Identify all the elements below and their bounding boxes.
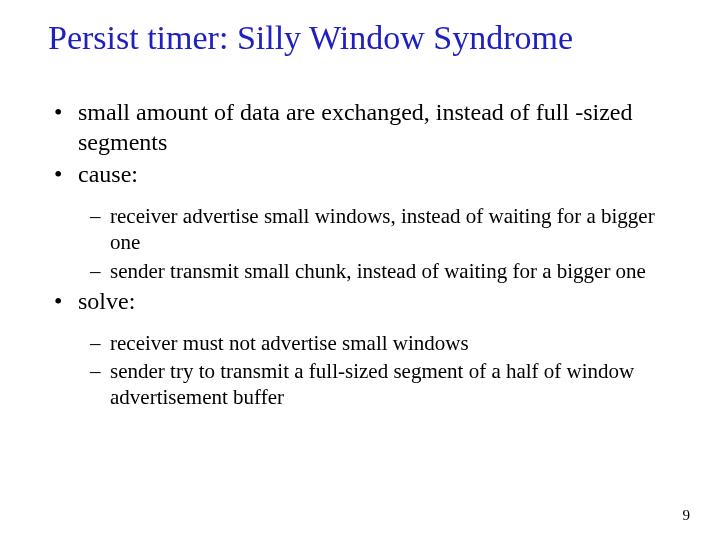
slide-title: Persist timer: Silly Window Syndrome (48, 18, 680, 57)
slide: Persist timer: Silly Window Syndrome sma… (0, 0, 720, 540)
sublist-solve: receiver must not advertise small window… (48, 330, 680, 411)
sublist-item: receiver must not advertise small window… (90, 330, 680, 356)
bullet-item: solve: (48, 286, 680, 316)
bullet-list-solve: solve: (48, 286, 680, 316)
bullet-list-top: small amount of data are exchanged, inst… (48, 97, 680, 189)
page-number: 9 (683, 507, 691, 524)
sublist-cause: receiver advertise small windows, instea… (48, 203, 680, 284)
bullet-item: cause: (48, 159, 680, 189)
sublist-item: sender try to transmit a full-sized segm… (90, 358, 680, 411)
bullet-item: small amount of data are exchanged, inst… (48, 97, 680, 157)
sublist-item: sender transmit small chunk, instead of … (90, 258, 680, 284)
sublist-item: receiver advertise small windows, instea… (90, 203, 680, 256)
